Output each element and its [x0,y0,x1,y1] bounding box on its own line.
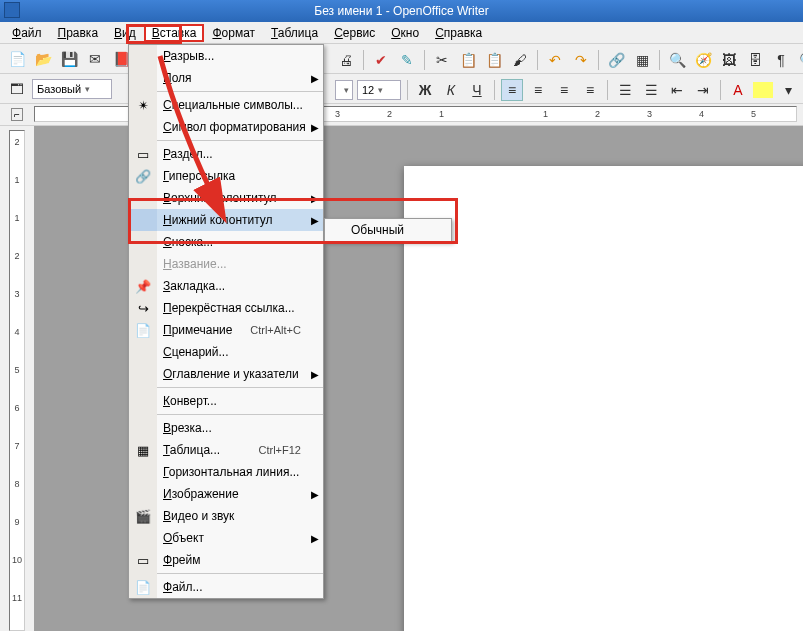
menu-файл[interactable]: Файл [4,24,50,42]
menu-item-label: Сноска... [157,235,315,249]
menu-item[interactable]: 📌Закладка... [129,275,323,297]
toolbar-separator [424,50,425,70]
menu-вставка[interactable]: Вставка [144,24,205,42]
find-icon[interactable]: 🔍 [666,49,688,71]
menu-формат[interactable]: Формат [204,24,263,42]
font-combo[interactable]: ▾ [335,80,353,100]
bgcolor-button[interactable]: ▾ [777,79,799,101]
print-preview-icon[interactable]: 🖨 [335,49,357,71]
table-icon[interactable]: ▦ [631,49,653,71]
menu-item[interactable]: Конверт... [129,390,323,412]
footer-submenu: Обычный [324,218,452,242]
menu-item[interactable]: Горизонтальная линия... [129,461,323,483]
bullet-list-button[interactable]: ☰ [640,79,662,101]
align-center-button[interactable]: ≡ [527,79,549,101]
menu-item[interactable]: Символ форматирования▶ [129,116,323,138]
menu-item[interactable]: 🎬Видео и звук [129,505,323,527]
mail-icon[interactable]: ✉ [84,48,106,70]
menu-окно[interactable]: Окно [383,24,427,42]
italic-button[interactable]: К [440,79,462,101]
ruler-tick: 8 [14,479,19,511]
ruler-tick: 7 [14,441,19,473]
menu-item: Название... [129,253,323,275]
menu-item[interactable]: ✴Специальные символы... [129,94,323,116]
nonprinting-icon[interactable]: ¶ [770,49,792,71]
menu-item[interactable]: ▭Фрейм [129,549,323,571]
menu-item[interactable]: ↪Перекрёстная ссылка... [129,297,323,319]
menu-item[interactable]: Оглавление и указатели▶ [129,363,323,385]
menu-item[interactable]: 📄ПримечаниеCtrl+Alt+C [129,319,323,341]
menu-item-icon [129,417,157,439]
highlight-button[interactable] [753,82,773,98]
increase-indent-button[interactable]: ⇥ [692,79,714,101]
menu-item[interactable]: Поля▶ [129,67,323,89]
save-icon[interactable]: 💾 [58,48,80,70]
decrease-indent-button[interactable]: ⇤ [666,79,688,101]
redo-icon[interactable]: ↷ [570,49,592,71]
ruler-tick: 5 [14,365,19,397]
spellcheck-icon[interactable]: ✔ [370,49,392,71]
menu-item-icon: ▭ [129,143,157,165]
menu-правка[interactable]: Правка [50,24,107,42]
menu-item-label: Разрыв... [157,49,315,63]
styles-icon[interactable]: 🗔 [6,78,28,100]
menu-справка[interactable]: Справка [427,24,490,42]
menu-item-label: Символ форматирования [157,120,315,134]
menu-item-label: Горизонтальная линия... [157,465,315,479]
menu-item-icon: 🔗 [129,165,157,187]
menu-item[interactable]: 🔗Гиперссылка [129,165,323,187]
menu-item-icon [129,483,157,505]
style-combo[interactable]: Базовый ▾ [32,79,112,99]
menu-item[interactable]: Нижний колонтитул▶ [129,209,323,231]
ruler-corner-icon: ⌐ [11,108,23,121]
submenu-arrow-icon: ▶ [311,489,319,500]
format-paint-icon[interactable]: 🖌 [509,49,531,71]
numbered-list-button[interactable]: ☰ [614,79,636,101]
bold-button[interactable]: Ж [414,79,436,101]
align-justify-button[interactable]: ≡ [579,79,601,101]
align-right-button[interactable]: ≡ [553,79,575,101]
copy-icon[interactable]: 📋 [457,49,479,71]
menu-item-icon [129,363,157,385]
font-size-combo[interactable]: 12▾ [357,80,401,100]
ruler-tick: 2 [14,137,19,169]
submenu-item-default[interactable]: Обычный [325,219,451,241]
menu-item[interactable]: 📄Файл... [129,576,323,598]
new-doc-icon[interactable]: 📄 [6,48,28,70]
vertical-ruler-column: 211234567891011 [0,126,34,631]
navigator-icon[interactable]: 🧭 [692,49,714,71]
menu-item[interactable]: Верхний колонтитул▶ [129,187,323,209]
page[interactable] [404,166,803,631]
menu-item-label: Конверт... [157,394,315,408]
menu-item[interactable]: Сноска... [129,231,323,253]
menu-таблица[interactable]: Таблица [263,24,326,42]
align-left-button[interactable]: ≡ [501,79,523,101]
menu-item[interactable]: Изображение▶ [129,483,323,505]
undo-icon[interactable]: ↶ [544,49,566,71]
menu-item[interactable]: Разрыв... [129,45,323,67]
menu-item[interactable]: ▭Раздел... [129,143,323,165]
paste-icon[interactable]: 📋 [483,49,505,71]
gallery-icon[interactable]: 🖼 [718,49,740,71]
menu-item[interactable]: Объект▶ [129,527,323,549]
toolbar-separator [494,80,495,100]
datasource-icon[interactable]: 🗄 [744,49,766,71]
cut-icon[interactable]: ✂ [431,49,453,71]
menu-вид[interactable]: Вид [106,24,144,42]
vertical-ruler[interactable]: 211234567891011 [9,130,25,631]
open-icon[interactable]: 📂 [32,48,54,70]
style-combo-value: Базовый [37,83,81,95]
zoom-icon[interactable]: 🔍 [796,49,803,71]
underline-button[interactable]: Ч [466,79,488,101]
menu-сервис[interactable]: Сервис [326,24,383,42]
font-color-button[interactable]: A [727,79,749,101]
menu-item[interactable]: Сценарий... [129,341,323,363]
menu-item-icon [129,253,157,275]
autocheck-icon[interactable]: ✎ [396,49,418,71]
hyperlink-icon[interactable]: 🔗 [605,49,627,71]
submenu-arrow-icon: ▶ [311,533,319,544]
menu-item[interactable]: Врезка... [129,417,323,439]
toolbar-separator [607,80,608,100]
menu-item[interactable]: ▦Таблица...Ctrl+F12 [129,439,323,461]
menu-item-label: Видео и звук [157,509,315,523]
